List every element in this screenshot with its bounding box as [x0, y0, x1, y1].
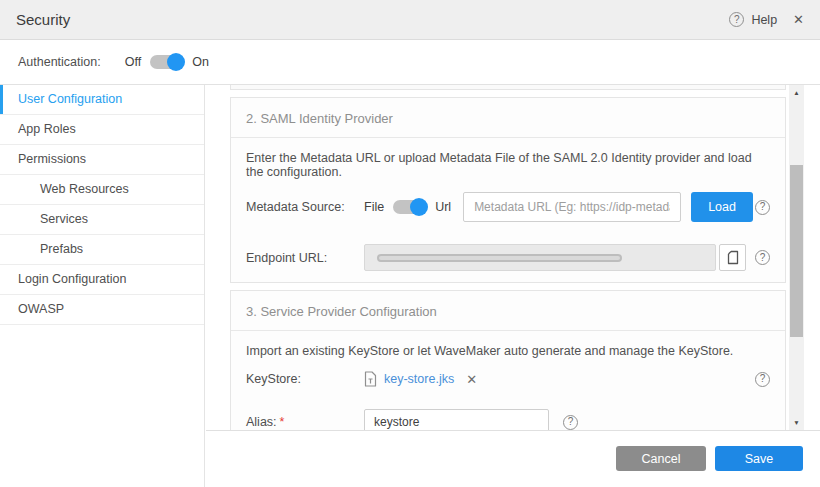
copy-button[interactable] — [719, 244, 746, 271]
scroll-up-icon[interactable]: ▲ — [789, 85, 804, 100]
titlebar-actions: ? Help ✕ — [729, 12, 804, 27]
endpoint-url-row: Endpoint URL: ? — [231, 233, 785, 282]
authentication-toggle: Off On — [125, 55, 209, 69]
sidebar-item-services[interactable]: Services — [0, 205, 204, 235]
sidebar-item-app-roles[interactable]: App Roles — [0, 115, 204, 145]
keystore-file-link[interactable]: key-store.jks — [384, 372, 454, 386]
load-button[interactable]: Load — [691, 192, 753, 222]
save-button[interactable]: Save — [715, 446, 803, 471]
toggle-off-label: Off — [125, 55, 141, 69]
vertical-scrollbar[interactable]: ▲ ▼ — [789, 85, 804, 430]
close-icon[interactable]: ✕ — [793, 12, 804, 27]
switch-knob — [410, 198, 428, 216]
toggle-file-label: File — [364, 200, 384, 214]
redacted-url-bar — [377, 254, 622, 262]
keystore-row: KeyStore: key-store.jks ✕ ? — [231, 360, 785, 398]
sidebar-item-permissions[interactable]: Permissions — [0, 145, 204, 175]
sidebar: User Configuration App Roles Permissions… — [0, 85, 205, 487]
keystore-file-chip: key-store.jks ✕ — [364, 371, 477, 387]
endpoint-url-label: Endpoint URL: — [246, 251, 364, 265]
authentication-label: Authentication: — [18, 55, 101, 69]
alias-label: Alias:* — [246, 415, 364, 429]
switch-knob — [167, 53, 185, 71]
page-title: Security — [16, 11, 70, 28]
copy-icon — [727, 250, 739, 265]
endpoint-url-help-icon[interactable]: ? — [755, 250, 770, 265]
toggle-on-label: On — [192, 55, 209, 69]
metadata-source-row: Metadata Source: File Url Load ? — [231, 181, 785, 233]
toggle-url-label: Url — [435, 200, 451, 214]
sidebar-item-login-configuration[interactable]: Login Configuration — [0, 265, 204, 295]
alias-input[interactable] — [364, 409, 549, 431]
footer-actions: Cancel Save — [616, 446, 803, 471]
alias-help-icon[interactable]: ? — [563, 415, 578, 430]
keystore-label: KeyStore: — [246, 372, 364, 386]
alias-row: Alias:* ? — [231, 398, 785, 431]
sidebar-item-owasp[interactable]: OWASP — [0, 295, 204, 325]
cancel-button[interactable]: Cancel — [616, 446, 706, 471]
saml-identity-provider-card: 2. SAML Identity Provider Enter the Meta… — [230, 97, 786, 283]
required-asterisk: * — [280, 415, 285, 429]
help-link[interactable]: Help — [751, 13, 777, 27]
sidebar-item-user-configuration[interactable]: User Configuration — [0, 85, 204, 115]
authentication-row: Authentication: Off On — [0, 40, 820, 85]
metadata-source-toggle: File Url — [364, 200, 451, 214]
service-provider-configuration-card: 3. Service Provider Configuration Import… — [230, 290, 786, 431]
sidebar-item-prefabs[interactable]: Prefabs — [0, 235, 204, 265]
remove-keystore-icon[interactable]: ✕ — [466, 372, 477, 387]
section-title-service-provider: 3. Service Provider Configuration — [231, 291, 785, 331]
authentication-switch[interactable] — [150, 55, 183, 69]
content-scroll-area: 2. SAML Identity Provider Enter the Meta… — [206, 85, 820, 431]
cards-column: 2. SAML Identity Provider Enter the Meta… — [230, 85, 786, 431]
keystore-help-icon[interactable]: ? — [755, 372, 770, 387]
section-description-service-provider: Import an existing KeyStore or let WaveM… — [231, 331, 785, 360]
section-title-saml: 2. SAML Identity Provider — [231, 98, 785, 138]
metadata-url-input[interactable] — [463, 192, 681, 222]
metadata-source-label: Metadata Source: — [246, 200, 364, 214]
section-description-saml: Enter the Metadata URL or upload Metadat… — [231, 138, 785, 181]
metadata-source-help-icon[interactable]: ? — [755, 200, 770, 215]
help-icon[interactable]: ? — [729, 12, 744, 27]
alias-label-text: Alias: — [246, 415, 277, 429]
scrollbar-thumb[interactable] — [790, 165, 803, 337]
metadata-source-switch[interactable] — [393, 200, 426, 214]
file-icon — [364, 371, 377, 387]
titlebar: Security ? Help ✕ — [0, 0, 820, 40]
previous-section-card-edge — [230, 85, 786, 90]
scroll-down-icon[interactable]: ▼ — [789, 415, 804, 430]
endpoint-url-field — [364, 244, 716, 271]
sidebar-item-web-resources[interactable]: Web Resources — [0, 175, 204, 205]
